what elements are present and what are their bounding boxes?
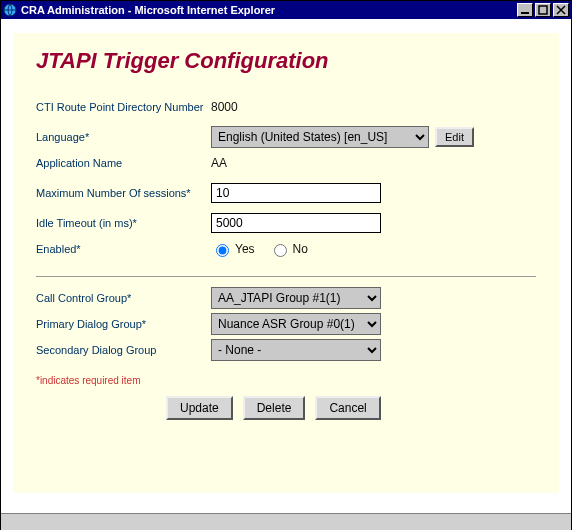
page-title: JTAPI Trigger Configuration bbox=[36, 48, 536, 74]
divider bbox=[36, 276, 536, 277]
browser-window: CRA Administration - Microsoft Internet … bbox=[0, 0, 572, 530]
ie-icon bbox=[3, 3, 17, 17]
max-sessions-input[interactable] bbox=[211, 183, 381, 203]
language-select[interactable]: English (United States) [en_US] bbox=[211, 126, 429, 148]
language-label: Language* bbox=[36, 130, 211, 144]
update-button[interactable]: Update bbox=[166, 396, 233, 420]
call-control-select[interactable]: AA_JTAPI Group #1(1) bbox=[211, 287, 381, 309]
primary-dialog-select[interactable]: Nuance ASR Group #0(1) bbox=[211, 313, 381, 335]
cancel-button[interactable]: Cancel bbox=[315, 396, 380, 420]
edit-button[interactable]: Edit bbox=[435, 127, 474, 147]
status-bar bbox=[1, 513, 571, 530]
enabled-no-option[interactable]: No bbox=[269, 241, 308, 257]
delete-button[interactable]: Delete bbox=[243, 396, 306, 420]
enabled-yes-radio[interactable] bbox=[216, 244, 229, 257]
cti-route-label: CTI Route Point Directory Number bbox=[36, 100, 211, 114]
app-name-label: Application Name bbox=[36, 156, 211, 170]
idle-timeout-input[interactable] bbox=[211, 213, 381, 233]
call-control-label: Call Control Group* bbox=[36, 291, 211, 305]
idle-timeout-label: Idle Timeout (in ms)* bbox=[36, 216, 211, 230]
action-buttons: Update Delete Cancel bbox=[166, 396, 536, 420]
max-sessions-label: Maximum Number Of sessions* bbox=[36, 186, 211, 200]
minimize-button[interactable] bbox=[517, 3, 533, 17]
close-button[interactable] bbox=[553, 3, 569, 17]
cti-route-value: 8000 bbox=[211, 100, 536, 114]
maximize-button[interactable] bbox=[535, 3, 551, 17]
svg-rect-2 bbox=[539, 6, 547, 14]
svg-rect-1 bbox=[521, 12, 529, 14]
enabled-radio-group: Yes No bbox=[211, 241, 308, 257]
enabled-label: Enabled* bbox=[36, 242, 211, 256]
secondary-dialog-select[interactable]: - None - bbox=[211, 339, 381, 361]
window-title: CRA Administration - Microsoft Internet … bbox=[21, 4, 517, 16]
required-note: *indicates required item bbox=[36, 375, 536, 386]
enabled-no-radio[interactable] bbox=[274, 244, 287, 257]
page-content: JTAPI Trigger Configuration CTI Route Po… bbox=[13, 33, 559, 493]
primary-dialog-label: Primary Dialog Group* bbox=[36, 317, 211, 331]
client-area: JTAPI Trigger Configuration CTI Route Po… bbox=[1, 19, 571, 513]
titlebar: CRA Administration - Microsoft Internet … bbox=[1, 1, 571, 19]
app-name-value: AA bbox=[211, 156, 536, 170]
secondary-dialog-label: Secondary Dialog Group bbox=[36, 343, 211, 357]
enabled-yes-option[interactable]: Yes bbox=[211, 241, 255, 257]
